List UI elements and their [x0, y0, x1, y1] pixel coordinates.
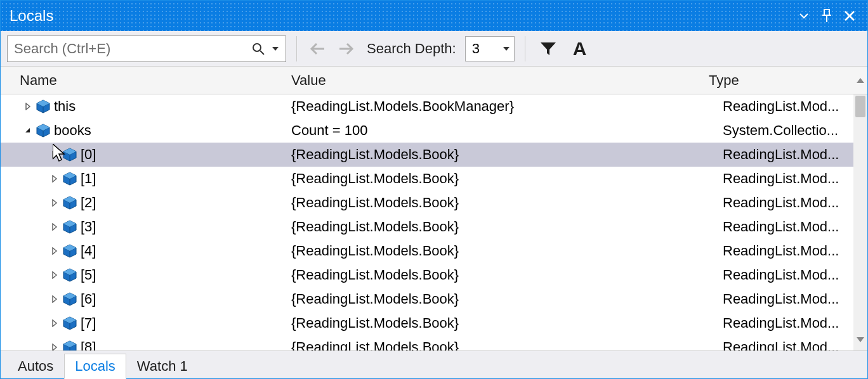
search-depth-value: 3	[472, 41, 501, 57]
object-icon	[63, 244, 77, 258]
variable-row[interactable]: [5]{ReadingList.Models.Book}ReadingList.…	[1, 263, 853, 287]
variable-row[interactable]: [7]{ReadingList.Models.Book}ReadingList.…	[1, 311, 853, 335]
variable-value: {ReadingList.Models.Book}	[285, 146, 718, 163]
text-format-icon[interactable]: A	[567, 36, 593, 61]
grid-header: Name Value Type	[1, 67, 867, 94]
svg-marker-16	[53, 176, 56, 182]
separator	[296, 36, 297, 61]
search-depth-label: Search Depth:	[367, 41, 456, 57]
scroll-up-icon[interactable]	[853, 76, 867, 85]
back-button[interactable]	[307, 38, 329, 60]
scrollbar-thumb[interactable]	[855, 96, 865, 117]
bottom-tabs: AutosLocalsWatch 1	[1, 350, 867, 378]
object-icon	[63, 316, 77, 330]
variable-value: {ReadingList.Models.Book}	[285, 170, 718, 187]
variable-row[interactable]: [1]{ReadingList.Models.Book}ReadingList.…	[1, 167, 853, 191]
name-cell: [5]	[20, 267, 285, 283]
expand-icon[interactable]	[50, 198, 59, 207]
svg-marker-10	[503, 47, 510, 51]
tab-watch-1[interactable]: Watch 1	[126, 354, 199, 379]
toolbar: Search Depth: 3 A	[1, 31, 867, 67]
search-icon[interactable]	[249, 42, 268, 56]
variable-value: {ReadingList.Models.Book}	[285, 219, 718, 235]
variable-name: this	[54, 98, 76, 115]
variable-row[interactable]: [2]{ReadingList.Models.Book}ReadingList.…	[1, 191, 853, 215]
variable-row[interactable]: [0]{ReadingList.Models.Book}ReadingList.…	[1, 143, 853, 167]
search-depth-select[interactable]: 3	[465, 36, 515, 61]
variable-type: ReadingList.Mod...	[718, 146, 853, 163]
expand-icon[interactable]	[50, 150, 59, 159]
svg-marker-21	[53, 296, 56, 302]
expand-icon[interactable]	[50, 174, 59, 183]
variable-type: ReadingList.Mod...	[718, 195, 853, 211]
variable-row[interactable]: [4]{ReadingList.Models.Book}ReadingList.…	[1, 239, 853, 263]
variable-value: {ReadingList.Models.Book}	[285, 195, 718, 211]
name-cell: [8]	[20, 339, 285, 350]
object-icon	[36, 124, 50, 138]
search-dropdown-icon[interactable]	[268, 45, 280, 53]
svg-marker-13	[26, 103, 30, 110]
svg-marker-18	[53, 224, 56, 230]
expand-icon[interactable]	[50, 247, 59, 255]
expand-icon[interactable]	[50, 343, 59, 350]
name-cell: [0]	[20, 146, 285, 163]
name-cell: [4]	[20, 243, 285, 259]
filter-icon[interactable]	[536, 36, 561, 61]
variable-name: [5]	[81, 267, 96, 283]
variable-type: ReadingList.Mod...	[718, 315, 853, 331]
svg-marker-23	[53, 344, 56, 350]
variable-name: books	[54, 122, 91, 139]
locals-window: Locals	[0, 0, 868, 379]
svg-marker-17	[53, 200, 56, 206]
pin-button[interactable]	[815, 4, 838, 27]
tab-locals[interactable]: Locals	[64, 354, 126, 379]
vertical-scrollbar[interactable]	[853, 94, 867, 350]
variable-value: {ReadingList.Models.Book}	[285, 243, 718, 259]
expand-icon[interactable]	[50, 319, 59, 328]
column-header-type[interactable]: Type	[704, 72, 853, 89]
window-menu-button[interactable]	[792, 4, 815, 27]
collapse-icon[interactable]	[23, 126, 32, 135]
variable-row[interactable]: [6]{ReadingList.Models.Book}ReadingList.…	[1, 287, 853, 311]
variable-type: ReadingList.Mod...	[718, 219, 853, 235]
search-input[interactable]	[14, 41, 249, 57]
variable-row[interactable]: this{ReadingList.Models.BookManager}Read…	[1, 94, 853, 119]
name-cell: [1]	[20, 170, 285, 187]
expand-icon[interactable]	[23, 102, 32, 111]
titlebar: Locals	[1, 1, 867, 31]
column-header-name[interactable]: Name	[20, 72, 285, 89]
expand-icon[interactable]	[50, 271, 59, 279]
close-button[interactable]	[838, 4, 861, 27]
svg-point-5	[253, 44, 261, 51]
separator	[525, 36, 525, 61]
expand-icon[interactable]	[50, 295, 59, 304]
object-icon	[63, 220, 77, 234]
variable-type: ReadingList.Mod...	[718, 98, 853, 115]
variable-value: {ReadingList.Models.Book}	[285, 291, 718, 307]
object-icon	[63, 268, 77, 282]
variable-type: ReadingList.Mod...	[718, 339, 853, 350]
name-cell: this	[20, 98, 285, 115]
variable-row[interactable]: [3]{ReadingList.Models.Book}ReadingList.…	[1, 215, 853, 239]
scroll-down-icon[interactable]	[856, 331, 865, 350]
svg-rect-0	[824, 10, 829, 15]
name-cell: [3]	[20, 219, 285, 235]
variable-row[interactable]: [8]{ReadingList.Models.Book}ReadingList.…	[1, 335, 853, 350]
variable-row[interactable]: booksCount = 100System.Collectio...	[1, 119, 853, 143]
expand-icon[interactable]	[50, 222, 59, 231]
svg-marker-22	[53, 320, 56, 326]
object-icon	[63, 196, 77, 210]
variable-name: [7]	[81, 315, 96, 331]
svg-marker-12	[857, 78, 864, 83]
forward-button[interactable]	[335, 38, 357, 60]
variable-type: ReadingList.Mod...	[718, 170, 853, 187]
variable-value: {ReadingList.Models.Book}	[285, 339, 718, 350]
svg-marker-7	[272, 47, 279, 51]
chevron-down-icon[interactable]	[501, 45, 511, 53]
tab-autos[interactable]: Autos	[7, 354, 64, 379]
column-header-value[interactable]: Value	[285, 72, 704, 89]
search-box[interactable]	[7, 35, 286, 62]
variable-type: System.Collectio...	[718, 122, 853, 139]
name-cell: [7]	[20, 315, 285, 331]
variable-name: [6]	[81, 291, 96, 307]
